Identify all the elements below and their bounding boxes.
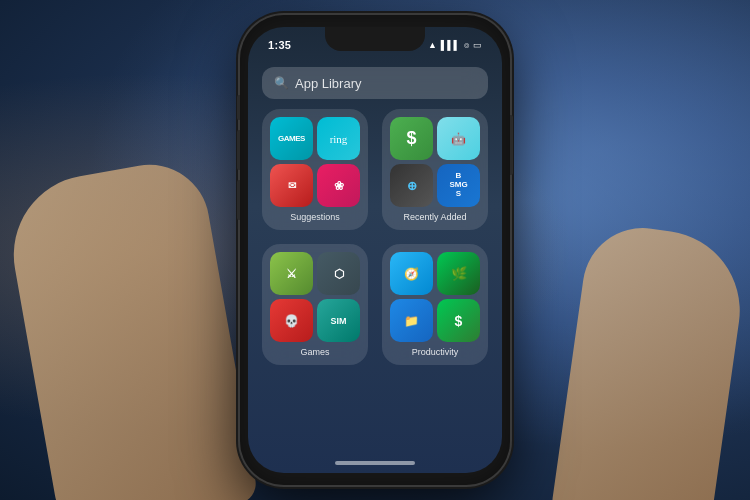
app-icon-skull[interactable]: 💀 xyxy=(270,299,313,342)
productivity-folder[interactable]: 🧭 🌿 📁 $ Productivity xyxy=(382,244,488,365)
app-icon-fantasy[interactable]: ⚔ xyxy=(270,252,313,295)
mute-button xyxy=(237,95,240,120)
recently-added-label: Recently Added xyxy=(390,212,480,222)
app-grid: GAMES ring ✉ ❀ Suggestions xyxy=(262,109,488,365)
volume-up-button xyxy=(237,130,240,170)
app-icon-bible[interactable]: BSMGS xyxy=(437,164,480,207)
productivity-label: Productivity xyxy=(390,347,480,357)
signal-icon: ▌▌▌ xyxy=(441,40,460,50)
recently-added-folder[interactable]: $ 🤖 ⊕ BSMGS Recently Added xyxy=(382,109,488,230)
recently-added-icons: $ 🤖 ⊕ BSMGS xyxy=(390,117,480,207)
status-icons: ▲ ▌▌▌ ⌾ ▭ xyxy=(428,40,482,50)
search-bar[interactable]: 🔍 App Library xyxy=(262,67,488,99)
home-indicator[interactable] xyxy=(335,461,415,465)
games-folder[interactable]: ⚔ ⬡ 💀 SIM Games xyxy=(262,244,368,365)
suggestions-label: Suggestions xyxy=(270,212,360,222)
app-icon-robot[interactable]: 🤖 xyxy=(437,117,480,160)
wifi-icon: ⌾ xyxy=(464,40,469,50)
status-time: 1:35 xyxy=(268,39,291,51)
search-placeholder: App Library xyxy=(295,76,361,91)
app-icon-files[interactable]: 📁 xyxy=(390,299,433,342)
notch xyxy=(325,27,425,51)
app-icon-cashapp2[interactable]: $ xyxy=(437,299,480,342)
app-icon-safari[interactable]: 🧭 xyxy=(390,252,433,295)
app-icon-games[interactable]: GAMES xyxy=(270,117,313,160)
app-icon-sim[interactable]: SIM xyxy=(317,299,360,342)
app-icon-robinhood[interactable]: 🌿 xyxy=(437,252,480,295)
location-icon: ▲ xyxy=(428,40,437,50)
app-icon-mail[interactable]: ✉ xyxy=(270,164,313,207)
suggestions-icons: GAMES ring ✉ ❀ xyxy=(270,117,360,207)
app-icon-nova[interactable]: ❀ xyxy=(317,164,360,207)
productivity-icons: 🧭 🌿 📁 $ xyxy=(390,252,480,342)
app-icon-ring[interactable]: ring xyxy=(317,117,360,160)
games-label: Games xyxy=(270,347,360,357)
app-icon-cash[interactable]: $ xyxy=(390,117,433,160)
power-button xyxy=(510,115,513,175)
app-icon-zoom[interactable]: ⊕ xyxy=(390,164,433,207)
games-icons: ⚔ ⬡ 💀 SIM xyxy=(270,252,360,342)
search-icon: 🔍 xyxy=(274,76,289,90)
volume-down-button xyxy=(237,180,240,220)
scene: 1:35 ▲ ▌▌▌ ⌾ ▭ 🔍 App Library xyxy=(0,0,750,500)
phone-screen: 1:35 ▲ ▌▌▌ ⌾ ▭ 🔍 App Library xyxy=(248,27,502,473)
app-icon-dice[interactable]: ⬡ xyxy=(317,252,360,295)
battery-icon: ▭ xyxy=(473,40,482,50)
suggestions-folder[interactable]: GAMES ring ✉ ❀ Suggestions xyxy=(262,109,368,230)
phone: 1:35 ▲ ▌▌▌ ⌾ ▭ 🔍 App Library xyxy=(240,15,510,485)
